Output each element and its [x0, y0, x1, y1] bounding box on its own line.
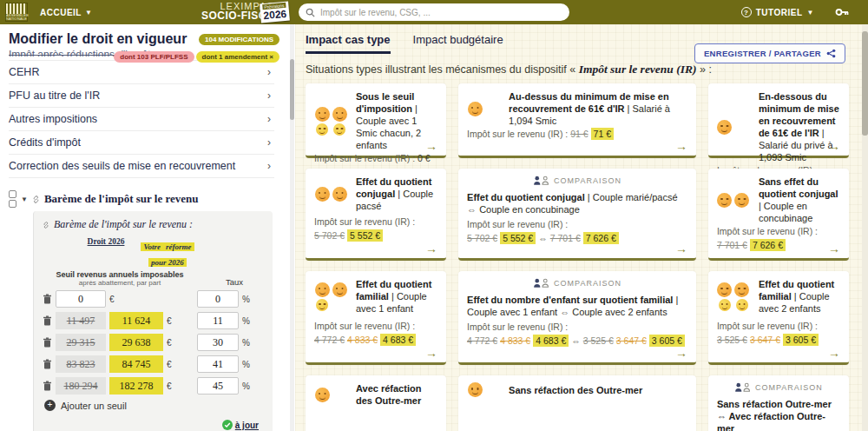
a-jour-link[interactable]: à jour [235, 421, 259, 430]
case-card-4[interactable]: COMPARAISONEffet du quotient conjugal | … [458, 169, 696, 261]
impact-result: Impôt sur le revenu (IR) : 5 702 €5 552 … [467, 217, 687, 245]
case-card-1[interactable]: Au-dessus du minimum de mise en recouvre… [458, 83, 696, 158]
card-detail-arrow[interactable]: → [675, 346, 687, 360]
sidebar-item-3[interactable]: Crédits d'impôt› [9, 130, 274, 154]
case-card-7[interactable]: COMPARAISONEffet du nombre d'enfant sur … [458, 271, 696, 365]
threshold-new-value[interactable]: 29 638 [109, 334, 163, 351]
logo-text: NATIONALE [6, 17, 27, 21]
case-card-10[interactable]: Sans réfaction des Outre-mer→ [458, 375, 696, 431]
droit-2026-header: Droit 2026 [81, 237, 131, 269]
card-detail-arrow[interactable]: → [828, 139, 840, 153]
sidebar-item-1[interactable]: PFU au titre de l'IR› [9, 83, 274, 107]
adult-face-icon [315, 282, 330, 297]
top-navigation-bar: ASSEMBLÉE NATIONALE ACCUEIL ▼ LEXIMPACT … [0, 0, 868, 24]
plf-badge: dont 103 PLF/PLFSS [114, 51, 194, 63]
card-detail-arrow[interactable]: → [675, 242, 687, 255]
threshold-old-value: 83 823 [56, 355, 106, 373]
impact-value-old: 91 € [570, 129, 588, 139]
card-detail-arrow[interactable]: → [828, 346, 840, 360]
card-title-block: Sans effet du quotient conjugal | Couple… [717, 176, 840, 224]
impact-value-new: 4 683 € [533, 335, 569, 347]
threshold-new-value[interactable]: 182 278 [109, 377, 163, 395]
trash-icon[interactable] [43, 359, 52, 369]
card-detail-arrow[interactable]: → [828, 242, 840, 255]
add-threshold-button[interactable]: + Ajouter un seuil [44, 400, 264, 411]
trash-icon[interactable] [43, 315, 52, 326]
home-menu[interactable]: ACCUEIL ▼ [40, 8, 92, 17]
adult-face-icon [332, 187, 347, 202]
euro-unit: € [167, 360, 172, 369]
card-title-block: Avec réfaction des Outre-mer [314, 382, 437, 407]
bareme-panel-title: Barème de l'impôt sur le revenu : [43, 218, 264, 231]
card-detail-arrow[interactable]: → [425, 242, 437, 255]
home-label: ACCUEIL [40, 8, 82, 17]
trash-icon[interactable] [43, 337, 52, 348]
case-card-0[interactable]: Sous le seuil d'imposition | Couple avec… [306, 83, 446, 158]
case-card-8[interactable]: Effet du quotient familial | Couple avec… [708, 271, 849, 365]
card-detail-arrow[interactable]: → [425, 139, 437, 153]
reforme-header-line: pour 2026 [148, 258, 187, 267]
rate-input[interactable] [197, 334, 239, 351]
tab-0[interactable]: Impact cas type [306, 33, 391, 54]
tree-expand-icons[interactable] [9, 190, 16, 208]
assemblee-nationale-logo: ASSEMBLÉE NATIONALE [5, 3, 28, 22]
card-detail-arrow[interactable]: → [675, 139, 687, 153]
impact-value-new: 3 605 € [783, 334, 819, 346]
scale-row: 83 82384 745€% [43, 355, 264, 373]
link-icon [43, 222, 49, 229]
impact-result: Impôt sur le revenu (IR) : 0 € [314, 151, 437, 165]
amendement-badge[interactable]: dont 1 amendement × [196, 51, 279, 63]
household-emoji [717, 282, 752, 311]
search-bar[interactable] [299, 3, 569, 21]
case-card-6[interactable]: Effet du quotient familial | Couple avec… [306, 271, 446, 365]
percent-unit: % [242, 316, 250, 326]
bareme-section-header: ▼ Barème de l'impôt sur le revenu [9, 190, 295, 208]
case-card-9[interactable]: Avec réfaction des Outre-mer→ [306, 375, 446, 431]
threshold-input[interactable] [56, 290, 106, 308]
case-card-5[interactable]: Sans effet du quotient conjugal | Couple… [708, 169, 849, 261]
card-detail-arrow[interactable]: → [425, 346, 437, 360]
main-scrollbar[interactable] [862, 24, 868, 431]
card-title: Sans réfaction des Outre-mer [509, 384, 642, 396]
sidebar-item-2[interactable]: Autres impositions› [9, 107, 274, 130]
impact-value-mid: 4 833 € [500, 335, 530, 346]
bareme-section-title[interactable]: Barème de l'impôt sur le revenu [44, 192, 199, 206]
search-input[interactable] [320, 8, 562, 17]
rate-input[interactable] [197, 377, 239, 395]
save-share-button[interactable]: ENREGISTRER / PARTAGER [694, 43, 845, 63]
impact-value-sep: ⇔ [571, 335, 581, 346]
threshold-header: Seuil revenus annuels imposables [55, 270, 185, 279]
threshold-new-value[interactable]: 11 624 [109, 312, 163, 329]
impact-value-old: 3 525 € [717, 335, 747, 345]
tutorial-menu[interactable]: ? TUTORIEL ▼ [741, 7, 814, 17]
trash-icon[interactable] [43, 381, 52, 391]
chevron-right-icon: › [267, 66, 271, 78]
sidebar-item-label: Correction des seuils de mise en recouvr… [9, 160, 235, 172]
sidebar-scrollbar[interactable] [290, 24, 294, 431]
sidebar-item-label: PFU au titre de l'IR [9, 90, 100, 102]
case-card-3[interactable]: Effet du quotient conjugal | Couple pacs… [306, 169, 446, 261]
card-title-block: Sans réfaction Outre-mer ⇔ Avec réfactio… [717, 398, 840, 431]
card-title-block: Effet du quotient familial | Couple avec… [717, 278, 840, 315]
rate-input[interactable] [197, 355, 239, 373]
comparison-persons-icon [734, 382, 751, 392]
case-card-11[interactable]: COMPARAISONSans réfaction Outre-mer ⇔ Av… [708, 375, 849, 431]
rate-input[interactable] [197, 290, 239, 308]
sidebar-item-label: Autres impositions [9, 113, 97, 125]
rate-input[interactable] [197, 312, 239, 329]
impact-value-new: 71 € [591, 128, 614, 140]
sidebar-item-4[interactable]: Correction des seuils de mise en recouvr… [9, 154, 274, 178]
child-face-icon [333, 123, 345, 136]
trash-icon[interactable] [43, 294, 52, 304]
impact-label: Impôt sur le revenu (IR) : [314, 153, 418, 163]
comparison-persons-icon [533, 278, 549, 288]
threshold-new-value[interactable]: 84 745 [109, 355, 163, 373]
sidebar-item-0[interactable]: CEHR› [9, 60, 274, 83]
case-card-2[interactable]: En-dessous du minimum de mise en recouvr… [708, 83, 849, 158]
child-face-icon [719, 299, 731, 311]
adult-face-icon [734, 282, 749, 297]
chevron-down-icon[interactable]: ▼ [21, 196, 28, 203]
login-key-icon[interactable] [835, 7, 849, 17]
tab-1[interactable]: Impact budgétaire [413, 33, 503, 54]
votre-reforme-header: Votreréformepour 2026 [140, 237, 195, 269]
